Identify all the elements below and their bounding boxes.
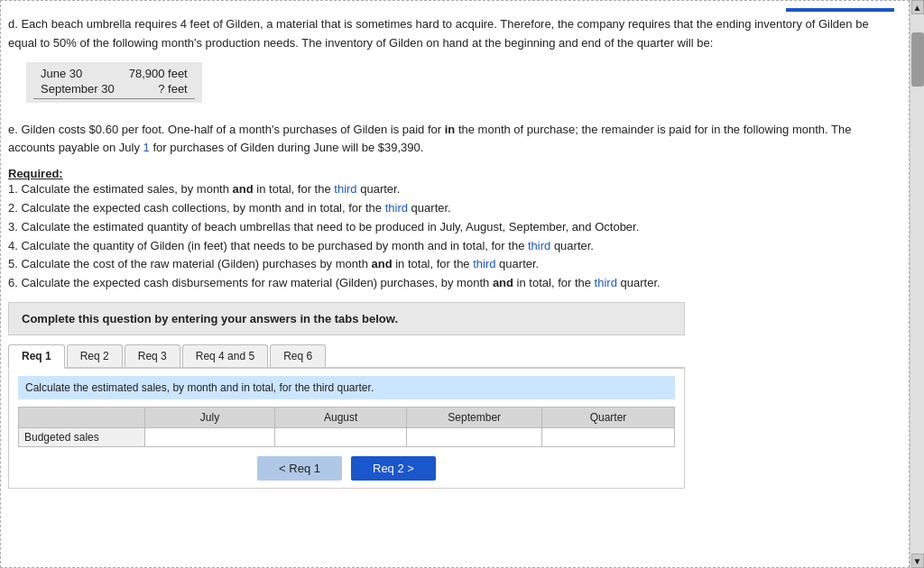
input-september[interactable]	[412, 431, 536, 444]
inventory-value-1: 78,900 feet	[122, 66, 195, 81]
next-button[interactable]: Req 2 >	[351, 456, 436, 481]
main-content: d. Each beach umbrella requires 4 feet o…	[0, 0, 910, 568]
table-row: Budgeted sales	[19, 427, 675, 446]
input-cell-september[interactable]	[407, 427, 542, 446]
complete-box: Complete this question by entering your …	[8, 302, 685, 335]
section-d: d. Each beach umbrella requires 4 feet o…	[8, 15, 894, 112]
tabs-container: Req 1 Req 2 Req 3 Req 4 and 5 Req 6 Calc…	[8, 344, 685, 489]
scrollbar-up-arrow[interactable]: ▲	[911, 0, 924, 14]
inventory-label-1: June 30	[33, 66, 122, 81]
tab-description: Calculate the estimated sales, by month …	[18, 376, 675, 399]
scrollbar[interactable]: ▲ ▼	[910, 0, 924, 568]
section-d-content: d. Each beach umbrella requires 4 feet o…	[8, 17, 869, 50]
top-bar	[786, 8, 894, 12]
tab-req45[interactable]: Req 4 and 5	[182, 344, 268, 367]
scrollbar-thumb[interactable]	[911, 32, 924, 87]
row-label-budgeted-sales: Budgeted sales	[19, 427, 145, 446]
req-item-3: 3. Calculate the estimated quantity of b…	[8, 218, 894, 237]
table-header-row: July August September Quarter	[19, 407, 675, 427]
tab-req3[interactable]: Req 3	[125, 344, 180, 367]
tab-description-text: Calculate the estimated sales, by month …	[25, 381, 374, 394]
data-table: July August September Quarter Budgeted s…	[18, 407, 675, 447]
input-cell-july[interactable]	[145, 427, 275, 446]
input-cell-quarter[interactable]	[542, 427, 675, 446]
inventory-label-2: September 30	[33, 81, 122, 96]
inventory-data-table: June 30 78,900 feet September 30 ? feet	[33, 66, 195, 96]
req-item-2: 2. Calculate the expected cash collectio…	[8, 199, 894, 218]
nav-buttons: < Req 1 Req 2 >	[18, 456, 675, 481]
section-e: e. Gilden costs $0.60 per foot. One-half…	[8, 121, 894, 159]
req-item-6: 6. Calculate the expected cash disbursem…	[8, 274, 894, 293]
input-august[interactable]	[281, 431, 401, 444]
tab-content: Calculate the estimated sales, by month …	[8, 369, 685, 489]
tab-req6[interactable]: Req 6	[270, 344, 326, 367]
col-header-label	[19, 407, 145, 427]
inventory-row-2: September 30 ? feet	[33, 81, 195, 96]
tab-req1[interactable]: Req 1	[8, 344, 65, 369]
req-item-4: 4. Calculate the quantity of Gilden (in …	[8, 237, 894, 256]
req-item-5: 5. Calculate the cost of the raw materia…	[8, 255, 894, 274]
tabs-row: Req 1 Req 2 Req 3 Req 4 and 5 Req 6	[8, 344, 685, 369]
req-item-1: 1. Calculate the estimated sales, by mon…	[8, 180, 894, 199]
col-header-september: September	[407, 407, 542, 427]
required-section: Required: 1. Calculate the estimated sal…	[8, 167, 894, 293]
inventory-value-2: ? feet	[122, 81, 195, 96]
complete-box-text: Complete this question by entering your …	[22, 312, 398, 325]
inventory-table: June 30 78,900 feet September 30 ? feet	[26, 62, 202, 103]
input-cell-august[interactable]	[274, 427, 406, 446]
tab-req2[interactable]: Req 2	[67, 344, 123, 367]
input-quarter[interactable]	[548, 431, 669, 444]
inventory-row-1: June 30 78,900 feet	[33, 66, 195, 81]
required-label: Required:	[8, 167, 894, 180]
section-e-blue-1: 1	[143, 141, 150, 154]
prev-button[interactable]: < Req 1	[257, 456, 342, 481]
section-d-text: d. Each beach umbrella requires 4 feet o…	[8, 15, 894, 53]
section-e-text: e. Gilden costs $0.60 per foot. One-half…	[8, 121, 894, 159]
input-july[interactable]	[151, 431, 269, 444]
col-header-august: August	[274, 407, 406, 427]
section-e-bold-1: in	[445, 123, 456, 136]
col-header-quarter: Quarter	[542, 407, 675, 427]
col-header-july: July	[145, 407, 275, 427]
scrollbar-down-arrow[interactable]: ▼	[911, 554, 924, 568]
